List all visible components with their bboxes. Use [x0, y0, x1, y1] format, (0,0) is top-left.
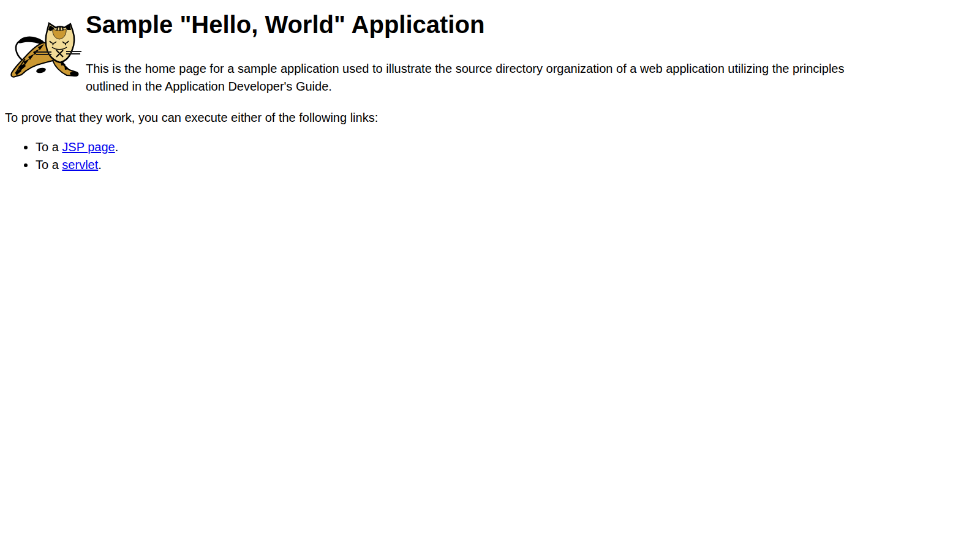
links-list: To a JSP page. To a servlet. — [5, 138, 975, 174]
intro-line-2: outlined in the Application Developer's … — [86, 78, 975, 96]
jsp-page-link[interactable]: JSP page — [62, 140, 115, 154]
list-item-jsp: To a JSP page. — [36, 138, 975, 156]
servlet-item-prefix: To a — [36, 158, 62, 171]
header: Sample "Hello, World" Application This i… — [5, 5, 975, 96]
tomcat-logo — [6, 22, 86, 80]
jsp-item-suffix: . — [115, 140, 119, 154]
cat-head — [46, 23, 74, 62]
servlet-item-suffix: . — [98, 158, 102, 171]
intro-paragraph: This is the home page for a sample appli… — [86, 60, 975, 96]
list-item-servlet: To a servlet. — [36, 156, 975, 174]
header-text: Sample "Hello, World" Application This i… — [86, 5, 975, 96]
tomcat-logo-icon — [6, 22, 86, 80]
servlet-link[interactable]: servlet — [62, 158, 98, 171]
prove-text: To prove that they work, you can execute… — [5, 109, 975, 127]
jsp-item-prefix: To a — [36, 140, 62, 154]
intro-line-1: This is the home page for a sample appli… — [86, 60, 975, 78]
page-title: Sample "Hello, World" Application — [86, 10, 975, 39]
